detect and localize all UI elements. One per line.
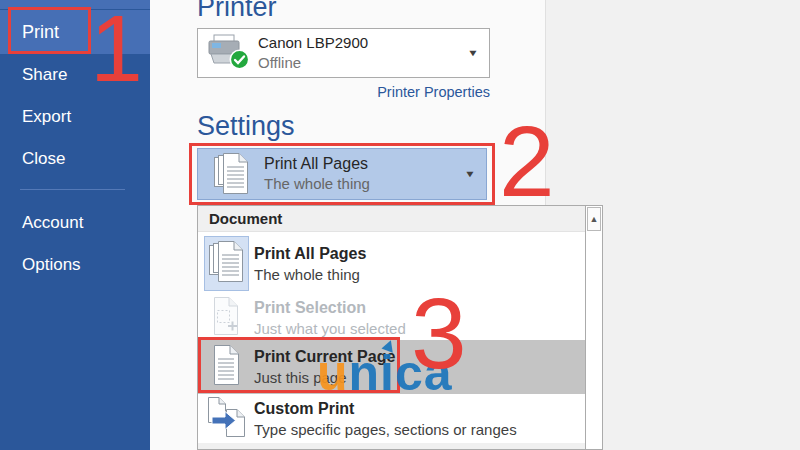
print-range-menu: Document: [197, 205, 603, 450]
pane-divider: [545, 0, 546, 205]
backstage-sidebar: Print Share Export Close Account Options: [0, 0, 150, 450]
print-backstage-view: Print Share Export Close Account Options…: [0, 0, 800, 450]
sidebar-item-account[interactable]: Account: [0, 202, 150, 244]
range-button-title: Print All Pages: [264, 154, 370, 174]
menu-item-subtitle: The whole thing: [254, 264, 366, 285]
menu-item-subtitle: Just what you selected: [254, 318, 406, 339]
sidebar-item-export[interactable]: Export: [0, 96, 150, 138]
chevron-down-icon: ▼: [467, 48, 479, 59]
sidebar-divider: [20, 189, 125, 190]
selected-item-frame: [204, 236, 249, 291]
menu-item-custom-print[interactable]: Custom Print Type specific pages, sectio…: [198, 394, 585, 443]
sidebar-partial-item: [0, 0, 150, 9]
sidebar-item-options[interactable]: Options: [0, 244, 150, 286]
menu-item-title: Custom Print: [254, 398, 517, 419]
printer-heading: Printer: [197, 0, 277, 21]
menu-item-print-selection[interactable]: Print Selection Just what you selected: [198, 295, 585, 340]
print-all-pages-icon: [209, 241, 243, 287]
scroll-up-button[interactable]: ▲: [587, 207, 601, 231]
print-current-page-icon: [211, 345, 241, 389]
printer-name: Canon LBP2900: [258, 33, 368, 53]
menu-item-title: Print All Pages: [254, 243, 366, 264]
sidebar-item-share[interactable]: Share: [0, 54, 150, 96]
custom-print-icon: [206, 397, 246, 441]
chevron-down-icon: ▼: [464, 169, 476, 180]
menu-item-title: Print Current Page: [254, 346, 395, 367]
menu-group-header: Document: [198, 206, 585, 232]
printer-online-check-icon: [229, 49, 250, 74]
menu-item-subtitle: Type specific pages, sections or ranges: [254, 419, 517, 440]
printer-status: Offline: [258, 53, 368, 73]
sidebar-item-label: Print: [22, 22, 59, 43]
sidebar-item-label: Share: [22, 65, 67, 85]
sidebar-item-label: Close: [22, 149, 65, 169]
menu-item-print-all-pages[interactable]: Print All Pages The whole thing: [198, 232, 585, 295]
menu-item-print-current-page[interactable]: Print Current Page Just this page: [198, 340, 585, 394]
settings-heading: Settings: [197, 112, 295, 140]
printer-select-dropdown[interactable]: Canon LBP2900 Offline ▼: [197, 28, 490, 78]
sidebar-item-label: Options: [22, 255, 81, 275]
menu-scrollbar[interactable]: ▲: [585, 206, 602, 449]
sidebar-item-print[interactable]: Print: [0, 10, 150, 54]
print-selection-icon: [212, 297, 240, 339]
sidebar-item-close[interactable]: Close: [0, 138, 150, 180]
print-all-pages-icon: [208, 153, 254, 195]
scroll-up-icon: ▲: [590, 214, 599, 224]
sidebar-item-label: Export: [22, 107, 71, 127]
range-button-subtitle: The whole thing: [264, 174, 370, 194]
printer-properties-link[interactable]: Printer Properties: [197, 84, 490, 100]
menu-item-title: Print Selection: [254, 297, 406, 318]
sidebar-item-label: Account: [22, 213, 83, 233]
menu-item-subtitle: Just this page: [254, 367, 395, 388]
printer-icon: [206, 34, 246, 72]
menu-next-section-partial: [198, 443, 585, 449]
print-range-dropdown-button[interactable]: Print All Pages The whole thing ▼: [197, 148, 487, 200]
